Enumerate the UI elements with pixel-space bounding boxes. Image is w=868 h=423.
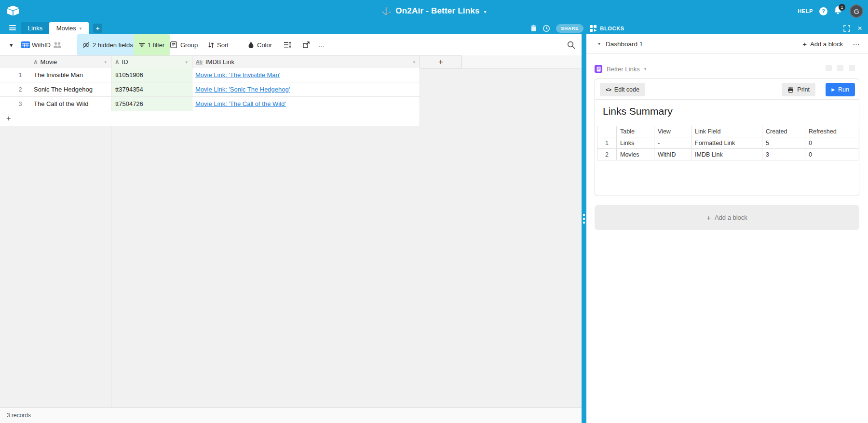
group-label: Group [180,41,198,49]
summary-cell: Formatted Link [692,137,762,149]
notification-badge: 1 [839,4,845,11]
row-height-icon[interactable] [284,34,291,55]
help-button[interactable]: HELP [798,8,813,14]
table-row: 2 Sonic The Hedgehog tt3794354 Movie Lin… [0,82,420,97]
paint-drop-icon [248,41,254,48]
trash-icon[interactable] [530,25,537,32]
column-header-imdb-link[interactable]: Ab IMDB Link ▾ [192,55,420,68]
column-name: Movie [41,58,57,66]
column-dropdown-caret[interactable]: ▾ [104,60,107,65]
filter-button[interactable]: 1 filter [134,34,170,55]
hidden-fields-button[interactable]: 2 hidden fields [77,34,138,55]
summary-cell: 5 [762,137,805,149]
grid-footer: 3 records [0,407,582,423]
group-icon [170,41,177,48]
print-button[interactable]: Print [782,83,815,96]
grid-view-icon [21,34,30,55]
summary-header-row: Table View Link Field Created Refreshed [597,126,858,137]
add-block-bottom-button[interactable]: + Add a block [595,205,859,230]
question-mark-icon[interactable]: ? [819,7,827,15]
hidden-fields-label: 2 hidden fields [93,41,133,49]
filter-icon [139,42,145,48]
group-button[interactable]: Group [170,34,198,55]
printer-icon [787,87,794,93]
collapse-sidebar-caret[interactable]: ▾ [10,34,13,55]
collaborators-icon[interactable] [53,34,62,55]
summary-header: Link Field [692,126,762,137]
expand-icon[interactable] [843,25,850,32]
row-number: 3 [14,97,26,111]
cell-movie[interactable]: The Invisible Man [31,68,111,82]
share-view-icon[interactable] [303,34,310,55]
add-field-button[interactable]: + [420,55,462,68]
row-number: 2 [14,82,26,96]
anchor-icon: ⚓ [381,7,391,15]
blocks-toggle[interactable]: BLOCKS [589,25,624,32]
notifications-button[interactable]: 1 [834,6,843,16]
code-icon: <> [606,87,611,93]
chevron-down-icon[interactable]: ▾ [80,26,82,31]
block-control-icon[interactable] [837,65,843,71]
run-label: Run [838,86,849,93]
summary-cell: 3 [762,149,805,160]
summary-cell: - [654,137,692,149]
share-button[interactable]: SHARE [556,24,583,33]
cell-imdb-link[interactable]: Movie Link: 'The Call of the Wild' [192,97,420,111]
avatar[interactable]: G [850,4,863,18]
cell-imdb-link[interactable]: Movie Link: 'The Invisible Man' [192,68,420,82]
cell-imdb-link[interactable]: Movie Link: 'Sonic The Hedgehog' [192,82,420,96]
column-dropdown-caret[interactable]: ▾ [185,60,188,65]
block-output-title: Links Summary [603,106,673,117]
run-button[interactable]: ▶ Run [826,83,855,96]
summary-header: Created [762,126,805,137]
cell-id[interactable]: tt1051906 [111,68,192,82]
summary-header: Table [617,126,654,137]
tab-links[interactable]: Links [21,22,49,34]
record-link[interactable]: Movie Link: 'The Call of the Wild' [195,100,286,107]
cell-id[interactable]: tt3794354 [111,82,192,96]
search-icon[interactable] [567,34,575,55]
summary-header [597,126,617,137]
block-name[interactable]: Better Links [607,66,640,73]
summary-row: 1 Links - Formatted Link 5 0 [597,137,858,149]
color-button[interactable]: Color [248,34,272,55]
record-link[interactable]: Movie Link: 'Sonic The Hedgehog' [195,86,290,93]
history-icon[interactable] [542,25,550,32]
plus-icon: + [706,213,711,222]
view-name[interactable]: WithID [32,34,51,55]
column-name: ID [122,58,128,66]
filter-label: 1 filter [148,41,164,49]
tab-movies[interactable]: Movies ▾ [49,22,89,34]
view-actions: SHARE BLOCKS [530,22,624,34]
edit-code-button[interactable]: <> Edit code [600,83,645,96]
column-header-movie[interactable]: A Movie ▾ [0,55,111,68]
block-control-icon[interactable] [826,65,832,71]
dashboard-caret-icon[interactable]: ▾ [598,41,600,46]
column-header-id[interactable]: A ID ▾ [111,55,192,68]
summary-cell: 1 [597,137,617,149]
dashboard-more-icon[interactable]: … [853,38,860,46]
cell-movie[interactable]: The Call of the Wild [31,97,111,111]
header-strip [462,55,582,68]
summary-cell: 2 [597,149,617,160]
sort-button[interactable]: Sort [208,34,229,55]
block-control-icon[interactable] [849,65,855,71]
color-label: Color [257,41,272,49]
add-block-button[interactable]: + Add a block [802,40,843,48]
cell-id[interactable]: tt7504726 [111,97,192,111]
block-caret-icon[interactable]: ▾ [644,66,647,71]
record-link[interactable]: Movie Link: 'The Invisible Man' [195,71,280,79]
field-type-formula-icon: Ab [196,59,203,65]
add-table-button[interactable]: + [93,24,102,33]
table-row: 3 The Call of the Wild tt7504726 Movie L… [0,97,420,111]
add-row-button[interactable]: + [0,111,420,126]
panel-resize-handle[interactable] [582,34,586,423]
cell-movie[interactable]: Sonic The Hedgehog [31,82,111,96]
links-summary-table: Table View Link Field Created Refreshed … [597,126,858,160]
app-title-menu[interactable]: ⚓ On2Air - Better Links ▾ [0,0,868,22]
column-dropdown-caret[interactable]: ▾ [413,60,415,65]
add-block-label: Add a block [715,214,747,221]
close-icon[interactable]: ✕ [857,25,862,32]
more-options-icon[interactable]: … [318,34,325,55]
menu-icon[interactable] [9,25,16,31]
